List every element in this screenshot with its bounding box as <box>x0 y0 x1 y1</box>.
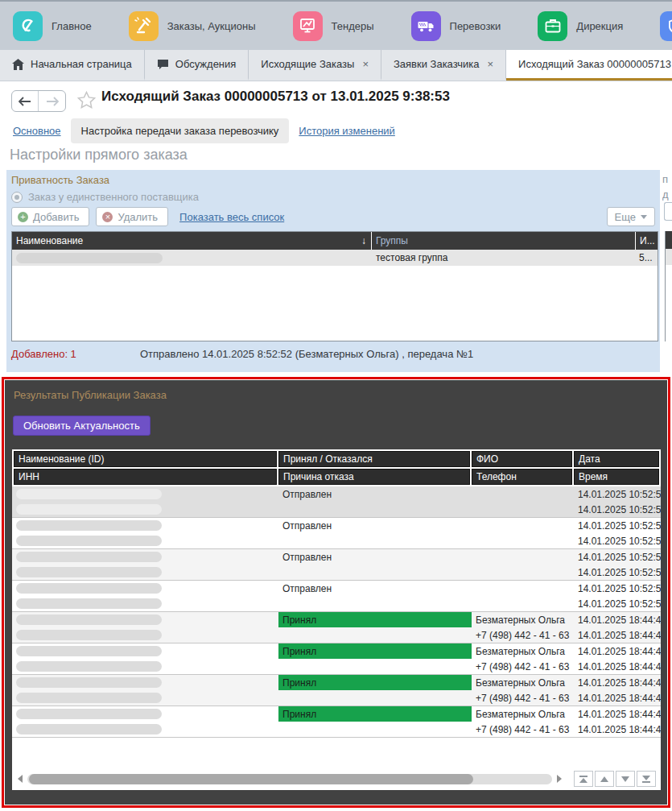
column-header-groups[interactable]: Группы <box>372 232 636 250</box>
suppliers-table-header: Наименование ↓ Группы И... <box>12 232 658 250</box>
app-sections-toolbar: Главное Заказы, Аукционы Тендеры Перевоз… <box>0 0 672 50</box>
result-record[interactable]: Принял Безматерных Ольга 14.01.2025 18:4… <box>12 675 661 706</box>
result-record[interactable]: Принял Безматерных Ольга 14.01.2025 18:4… <box>12 643 661 675</box>
table-empty-area <box>12 738 661 768</box>
tab-outgoing-orders[interactable]: Исходящие Заказы × <box>249 50 381 81</box>
refresh-actuality-button[interactable]: Обновить Актуальность <box>13 416 150 436</box>
column-header-i[interactable]: И... <box>636 232 658 250</box>
single-supplier-radio-label: Заказ у единственного поставщика <box>28 191 199 203</box>
tab-customer-requests[interactable]: Заявки Заказчика × <box>381 50 506 81</box>
open-windows-tabbar: Начальная страница Обсуждения Исходящие … <box>0 50 672 81</box>
time-cell: 14.01.2025 10:52:5 <box>574 565 661 580</box>
result-record[interactable]: Отправлен 14.01.2025 10:52:5 14.01.2025 … <box>12 518 661 549</box>
truck-icon <box>411 11 441 41</box>
chevron-down-icon <box>641 215 647 219</box>
history-nav-group <box>11 90 66 112</box>
scroll-right-icon[interactable] <box>555 774 564 784</box>
privacy-group-title: Приватность Заказа <box>11 174 109 186</box>
single-supplier-radio[interactable] <box>11 192 23 203</box>
phone-cell: +7 (498) 442 - 41 - 63 <box>472 722 574 737</box>
delete-button[interactable]: × Удалить <box>96 207 168 226</box>
app-logo-icon <box>13 11 43 41</box>
date-cell: 14.01.2025 10:52:5 <box>574 549 661 565</box>
scrollbar-thumb[interactable] <box>29 774 473 784</box>
forward-button[interactable] <box>39 91 65 111</box>
date-cell: 14.01.2025 10:52:5 <box>574 518 661 533</box>
tab-discussions[interactable]: Обсуждения <box>145 50 249 81</box>
favorite-star-icon[interactable] <box>77 91 96 109</box>
clipped-right-button <box>664 202 672 221</box>
column-header-accepted-declined[interactable]: Принял / Отказался <box>278 451 470 467</box>
date-cell: 14.01.2025 10:52:5 <box>574 581 661 596</box>
cross-circle-icon: × <box>102 212 113 222</box>
subtab-main[interactable]: Основное <box>11 119 63 143</box>
section-orders-auctions[interactable]: Заказы, Аукционы <box>129 11 256 41</box>
column-header-phone[interactable]: Телефон <box>472 469 572 485</box>
subtab-carrier-transfer-settings[interactable]: Настройка передачи заказа перевозчику <box>71 118 290 143</box>
result-record[interactable]: Отправлен 14.01.2025 10:52:5 14.01.2025 … <box>12 581 661 612</box>
tab-outgoing-order-active[interactable]: Исходящий Заказ 00000005713 от 13. <box>506 50 672 81</box>
result-record[interactable]: Отправлен 14.01.2025 10:52:5 14.01.2025 … <box>12 549 661 581</box>
redacted-inn-block <box>16 567 162 577</box>
redacted-name-block <box>16 520 162 531</box>
section-transport[interactable]: Перевозки <box>411 11 501 41</box>
section-label: Дирекция <box>576 20 623 32</box>
previous-row-button[interactable] <box>595 771 614 787</box>
back-button[interactable] <box>12 91 39 111</box>
redacted-name-block <box>16 709 162 719</box>
redacted-inn-block <box>16 724 162 734</box>
redacted-inn-block <box>16 661 162 672</box>
redacted-name-block <box>16 614 162 625</box>
redacted-name-block <box>16 677 162 688</box>
redacted-inn-block <box>16 536 162 546</box>
clipped-right-panel-text: п д <box>662 173 672 204</box>
add-button[interactable]: + Добавить <box>11 207 89 226</box>
status-cell: Отправлен <box>278 581 472 596</box>
shield-check-icon[interactable] <box>660 11 672 41</box>
phone-cell: +7 (498) 442 - 41 - 63 <box>472 627 574 643</box>
suppliers-table: Наименование ↓ Группы И... тестовая груп… <box>11 231 658 341</box>
column-header-date[interactable]: Дата <box>574 451 659 467</box>
highlight-rectangle: Результаты Публикации Заказа Обновить Ак… <box>2 377 670 808</box>
page-title: Исходящий Заказ 00000005713 от 13.01.202… <box>101 89 450 105</box>
column-header-time[interactable]: Время <box>574 469 659 485</box>
section-tenders[interactable]: Тендеры <box>293 11 374 41</box>
time-cell: 14.01.2025 18:44:4 <box>574 627 661 643</box>
tab-close-icon[interactable]: × <box>362 58 369 70</box>
column-header-refusal-reason[interactable]: Причина отказа <box>278 469 470 485</box>
go-first-row-button[interactable] <box>574 771 593 787</box>
tab-label: Исходящие Заказы <box>261 58 354 70</box>
status-accepted-cell: Принял <box>278 675 472 690</box>
result-record[interactable]: Отправлен 14.01.2025 10:52:5 14.01.2025 … <box>12 486 661 518</box>
scroll-left-icon[interactable] <box>15 774 25 784</box>
redacted-name-block <box>16 583 162 594</box>
group-cell: тестовая группа <box>372 252 636 263</box>
section-label: Главное <box>52 20 92 32</box>
column-header-name-id[interactable]: Наименование (ID) <box>14 451 277 467</box>
tab-close-icon[interactable]: × <box>487 58 493 70</box>
result-record[interactable]: Принял Безматерных Ольга 14.01.2025 18:4… <box>12 706 661 738</box>
column-header-inn[interactable]: ИНН <box>14 469 277 485</box>
i-cell: 5... <box>636 252 658 263</box>
go-last-row-button[interactable] <box>637 771 656 787</box>
tab-home[interactable]: Начальная страница <box>0 50 145 81</box>
phone-cell: +7 (498) 442 - 41 - 63 <box>472 659 574 674</box>
column-header-fio[interactable]: ФИО <box>472 451 572 467</box>
time-cell: 14.01.2025 10:52:5 <box>574 533 661 548</box>
table-row[interactable]: тестовая группа 5... <box>12 250 658 266</box>
fio-cell: Безматерных Ольга <box>472 612 574 627</box>
subtab-change-history[interactable]: История изменений <box>297 119 397 143</box>
horizontal-scrollbar[interactable] <box>27 774 552 784</box>
column-header-name[interactable]: Наименование ↓ <box>12 232 372 250</box>
section-directorate[interactable]: Дирекция <box>538 11 623 41</box>
table-footer-info: Добавлено: 1 Отправлено 14.01.2025 8:52:… <box>11 348 655 360</box>
results-table-header: Наименование (ID) Принял / Отказался ФИО… <box>12 449 661 486</box>
section-main[interactable]: Главное <box>13 11 92 41</box>
briefcase-icon <box>538 11 567 41</box>
more-button[interactable]: Еще <box>607 207 655 226</box>
redacted-inn-block <box>16 598 162 609</box>
clipped-right-table <box>665 231 672 341</box>
result-record[interactable]: Принял Безматерных Ольга 14.01.2025 18:4… <box>12 612 661 643</box>
show-all-list-link[interactable]: Показать весь список <box>179 211 284 223</box>
next-row-button[interactable] <box>616 771 635 787</box>
